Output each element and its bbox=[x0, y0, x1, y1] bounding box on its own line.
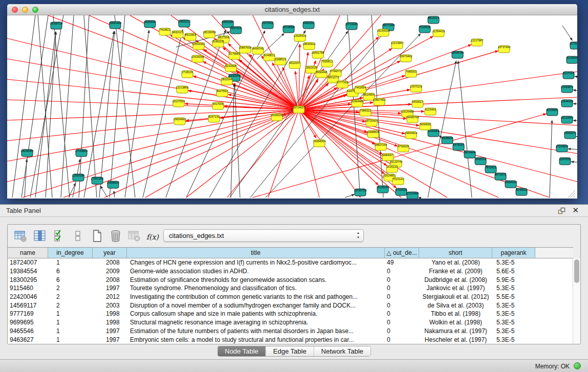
graph-node[interactable]: 18300295 bbox=[271, 114, 283, 121]
graph-node[interactable]: 7462664 bbox=[355, 86, 366, 94]
graph-node[interactable]: 7463822 bbox=[159, 28, 170, 36]
graph-node[interactable]: 7832621 bbox=[485, 166, 496, 173]
graph-node[interactable]: 12975115 bbox=[410, 85, 422, 93]
tab-network-table[interactable]: Network Table bbox=[314, 346, 371, 356]
graph-node[interactable]: 9245652 bbox=[516, 188, 527, 196]
column-header-out_de[interactable]: △ out_de... bbox=[385, 248, 419, 258]
graph-node[interactable]: 20691406 bbox=[109, 21, 121, 29]
graph-edge[interactable] bbox=[235, 84, 240, 198]
graph-edge[interactable] bbox=[299, 15, 340, 110]
graph-node[interactable]: 1640954 bbox=[428, 129, 439, 137]
graph-node[interactable]: 10719186 bbox=[345, 23, 358, 30]
graph-edge[interactable] bbox=[186, 110, 299, 198]
column-header-name[interactable]: name bbox=[8, 248, 48, 258]
graph-node-hub[interactable]: 18724007 bbox=[293, 106, 305, 114]
column-header-title[interactable]: title bbox=[127, 248, 385, 258]
graph-node[interactable]: 9242848 bbox=[225, 64, 236, 72]
table-row[interactable]: 946554611997Estimation of the future num… bbox=[8, 327, 573, 336]
graph-edge[interactable] bbox=[38, 15, 52, 198]
float-panel-icon[interactable] bbox=[558, 207, 565, 215]
table-row[interactable]: 1872400712008Changes of HCN gene express… bbox=[8, 258, 573, 267]
graph-node[interactable]: 1615132 bbox=[386, 165, 398, 173]
graph-node[interactable]: 16154339 bbox=[377, 29, 389, 37]
graph-node[interactable]: 10654162 bbox=[505, 181, 517, 188]
graph-node[interactable]: 19384554 bbox=[313, 140, 325, 147]
graph-node[interactable]: 8322037 bbox=[289, 61, 300, 69]
graph-edge[interactable] bbox=[571, 162, 577, 162]
graph-node[interactable]: 6466160 bbox=[303, 21, 314, 29]
graph-node[interactable]: 9146821 bbox=[264, 54, 275, 61]
table-options-button[interactable] bbox=[13, 228, 28, 244]
function-builder-button[interactable]: f(x) bbox=[145, 229, 160, 245]
graph-node[interactable]: 20364486 bbox=[351, 100, 363, 107]
graph-node[interactable]: 16648784 bbox=[451, 51, 464, 59]
graph-node[interactable]: 8471676 bbox=[495, 173, 506, 181]
graph-edge[interactable] bbox=[100, 186, 107, 198]
graph-node[interactable]: 8454749 bbox=[252, 47, 264, 55]
graph-node[interactable]: 9417006 bbox=[212, 102, 224, 110]
graph-edge[interactable] bbox=[231, 84, 234, 198]
graph-edge[interactable] bbox=[84, 31, 114, 198]
show-column-button[interactable] bbox=[32, 228, 48, 244]
graph-edge[interactable] bbox=[99, 31, 115, 198]
graph-node[interactable]: 13325419 bbox=[294, 34, 306, 42]
graph-node[interactable]: 8427552 bbox=[216, 90, 228, 97]
graph-node[interactable]: 16107554 bbox=[172, 100, 185, 107]
graph-node[interactable]: 12213869 bbox=[176, 86, 188, 94]
memory-status-icon[interactable] bbox=[574, 362, 581, 369]
graph-node[interactable]: 17957255 bbox=[91, 177, 103, 185]
graph-node[interactable]: 7957224 bbox=[230, 27, 242, 34]
table-select-dropdown[interactable]: citations_edges.txt ▲▼ bbox=[163, 229, 364, 242]
graph-node[interactable]: 9777169 bbox=[337, 81, 348, 89]
row-height-button[interactable] bbox=[70, 228, 85, 244]
graph-edge[interactable] bbox=[84, 15, 97, 198]
graph-edge[interactable] bbox=[550, 120, 552, 198]
graph-node[interactable]: 9756928 bbox=[398, 145, 409, 152]
graph-node[interactable]: 20867608 bbox=[239, 46, 251, 54]
graph-node[interactable]: 10807462 bbox=[373, 98, 385, 106]
graph-node[interactable]: 9115460 bbox=[425, 108, 436, 116]
delete-rows-button[interactable] bbox=[108, 228, 123, 244]
network-window-titlebar[interactable]: citations_edges.txt bbox=[7, 4, 577, 15]
graph-node[interactable]: 19737493 bbox=[498, 46, 510, 53]
graph-edge[interactable] bbox=[568, 149, 577, 149]
graph-node[interactable]: 7955812 bbox=[321, 60, 333, 68]
graph-node[interactable]: 8990448 bbox=[316, 71, 327, 78]
select-columns-button[interactable] bbox=[52, 228, 67, 244]
tab-node-table[interactable]: Node Table bbox=[217, 346, 266, 356]
graph-node[interactable]: 12444195 bbox=[561, 100, 573, 107]
graph-edge[interactable] bbox=[115, 15, 135, 198]
graph-edge[interactable] bbox=[125, 30, 149, 198]
graph-node[interactable]: 2803144 bbox=[221, 78, 232, 85]
graph-edge[interactable] bbox=[573, 120, 577, 121]
graph-node[interactable]: 12505185 bbox=[72, 174, 84, 182]
graph-node[interactable]: 10958107 bbox=[107, 181, 119, 189]
graph-node[interactable]: 19218596 bbox=[282, 26, 295, 33]
graph-edge[interactable] bbox=[575, 76, 577, 77]
graph-node[interactable]: 1588520 bbox=[275, 58, 286, 65]
graph-node[interactable]: 9463627 bbox=[412, 100, 423, 108]
graph-node[interactable]: 12323468 bbox=[406, 192, 419, 199]
graph-node[interactable]: 12217987 bbox=[471, 39, 483, 47]
close-panel-icon[interactable]: ✕ bbox=[572, 206, 579, 215]
graph-node[interactable]: 11254419 bbox=[432, 30, 445, 37]
graph-node[interactable]: 10543392 bbox=[192, 42, 205, 50]
graph-node[interactable]: 1733426 bbox=[396, 188, 407, 196]
graph-node[interactable]: 7522143 bbox=[393, 178, 404, 185]
graph-node[interactable]: 9660123 bbox=[172, 31, 183, 38]
graph-node[interactable]: 12213967 bbox=[391, 41, 403, 49]
graph-node[interactable]: 19654923 bbox=[405, 132, 417, 139]
graph-node[interactable]: 7485063 bbox=[405, 70, 417, 78]
column-header-year[interactable]: year bbox=[93, 248, 127, 258]
graph-node[interactable]: 22420046 bbox=[191, 55, 204, 63]
graph-edge[interactable] bbox=[268, 110, 299, 198]
graph-edge[interactable] bbox=[145, 110, 299, 198]
table-row[interactable]: 1456911722003Disruption of a novel membe… bbox=[8, 301, 573, 310]
graph-node[interactable]: 12093872 bbox=[561, 85, 573, 93]
table-row[interactable]: 1938455462009Genome-wide association stu… bbox=[8, 267, 573, 276]
graph-edge[interactable] bbox=[345, 194, 355, 198]
graph-node[interactable]: 8267130 bbox=[208, 115, 220, 123]
network-graph-canvas[interactable]: 2435572420691406946554614569117106532871… bbox=[7, 15, 577, 199]
graph-node[interactable]: 16782759 bbox=[354, 189, 366, 196]
graph-node[interactable]: 9474444 bbox=[464, 151, 475, 159]
